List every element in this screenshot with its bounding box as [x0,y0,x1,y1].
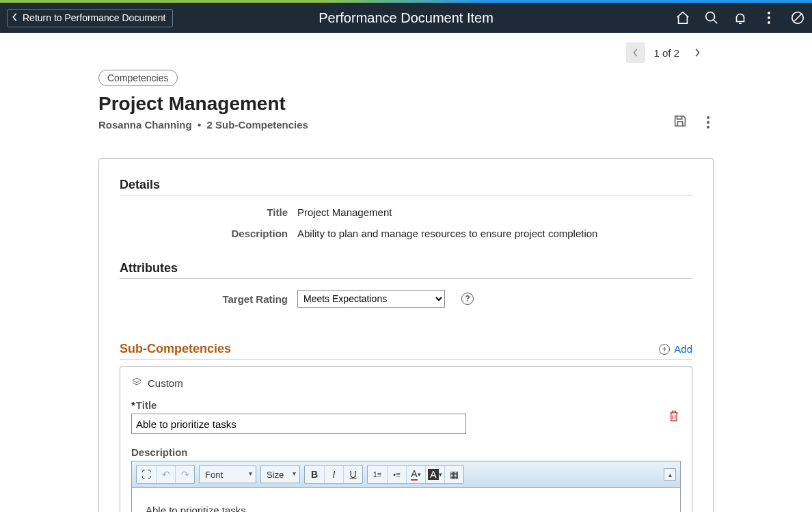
svg-point-0 [706,12,715,21]
ordered-list-icon[interactable]: 1≡ [368,466,387,483]
pager-text: 1 of 2 [653,47,679,59]
help-icon[interactable]: ? [461,293,474,305]
detail-desc-row: Description Ability to plan and manage r… [120,228,692,239]
title-field-row: *Title [131,399,681,434]
category-chip: Competencies [98,70,178,86]
rte-group-expand: ⛶ ↶ ↷ [136,465,195,484]
pager-prev-button [626,42,645,63]
plus-icon: + [659,344,670,355]
text-color-icon[interactable]: A▾ [406,466,425,483]
pager-next-button[interactable] [688,42,707,63]
blocked-icon[interactable] [790,10,805,25]
content-wrap: 1 of 2 Competencies Project Management R… [98,33,714,512]
size-select[interactable]: Size [260,466,300,483]
rte-body[interactable]: Able to prioritize tasks [132,488,680,512]
main-scroll-area[interactable]: 1 of 2 Competencies Project Management R… [0,33,812,512]
font-select[interactable]: Font [199,466,256,483]
italic-icon[interactable]: I [324,466,343,483]
subcomp-heading: Sub-Competencies [120,342,231,356]
app-header: Return to Performance Document Performan… [0,3,812,33]
save-icon[interactable] [673,113,688,131]
header-title: Performance Document Item [319,10,493,26]
search-icon[interactable] [704,10,719,25]
page-subtitle: Rosanna Channing • 2 Sub-Competencies [98,119,308,131]
header-icon-row [675,10,805,25]
page-overflow-menu-icon[interactable] [707,116,709,129]
sub-count: 2 Sub-Competencies [207,119,308,131]
custom-label: Custom [148,377,183,389]
rte-toolbar: ⛶ ↶ ↷ Font Size B I U [132,461,680,488]
detail-desc-label: Description [120,228,297,239]
attributes-heading: Attributes [120,261,692,279]
redo-icon[interactable]: ↷ [175,466,194,483]
page-head-row: Project Management Rosanna Channing • 2 … [98,93,714,131]
subcomp-item: Custom *Title Description [120,366,692,512]
chevron-left-icon [12,12,18,24]
home-icon[interactable] [675,10,690,25]
detail-title-value: Project Management [297,206,692,218]
title-field-label: *Title [131,399,466,411]
collapse-toolbar-icon[interactable]: ▴ [664,468,676,481]
undo-icon[interactable]: ↶ [156,466,175,483]
layers-icon [131,377,142,390]
back-button[interactable]: Return to Performance Document [7,9,173,27]
rich-text-editor: ⛶ ↶ ↷ Font Size B I U [131,461,681,512]
desc-field-label: Description [131,446,681,458]
underline-icon[interactable]: U [343,466,362,483]
detail-desc-value: Ability to plan and manage resources to … [297,228,692,239]
bg-color-icon[interactable]: A▾ [425,466,444,483]
target-rating-select[interactable]: Meets Expectations [297,290,445,308]
target-rating-row: Target Rating Meets Expectations ? [120,290,692,308]
subcomp-heading-row: Sub-Competencies + Add [120,342,692,360]
rte-group-list: 1≡ •≡ A▾ A▾ ▦ [367,465,464,484]
bell-icon[interactable] [733,10,748,25]
pager: 1 of 2 [98,33,714,66]
add-subcomp-button[interactable]: + Add [659,343,692,355]
back-label: Return to Performance Document [23,12,165,23]
svg-line-3 [794,14,802,22]
head-actions [673,113,714,131]
target-rating-label: Target Rating [120,293,297,305]
main-panel: Details Title Project Management Descrip… [98,158,714,512]
maximize-icon[interactable]: ⛶ [137,466,156,483]
detail-title-label: Title [120,206,297,218]
add-label: Add [674,343,692,355]
person-name: Rosanna Channing [98,119,192,131]
unordered-list-icon[interactable]: •≡ [387,466,406,483]
custom-row: Custom [131,377,681,390]
delete-subcomp-button[interactable] [667,408,681,425]
bold-icon[interactable]: B [305,466,324,483]
svg-line-1 [714,20,718,24]
details-heading: Details [120,178,692,196]
subcomp-title-input[interactable] [131,414,466,434]
required-star: * [131,399,136,411]
detail-title-row: Title Project Management [120,206,692,218]
rte-group-format: B I U [304,465,363,484]
page-title: Project Management [98,93,308,115]
overflow-menu-icon[interactable] [761,10,776,25]
table-icon[interactable]: ▦ [444,466,463,483]
